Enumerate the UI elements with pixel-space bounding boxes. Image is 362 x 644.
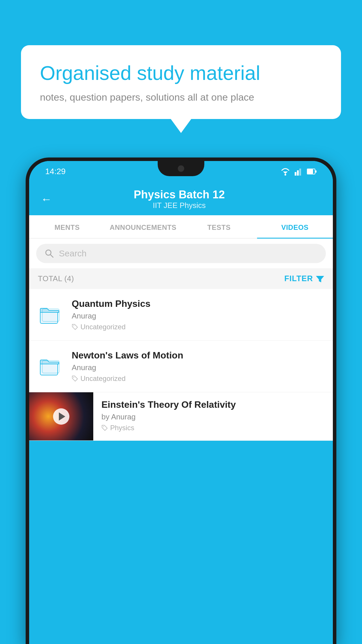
list-item[interactable]: Quantum Physics Anurag Uncategorized: [29, 289, 333, 341]
svg-point-13: [73, 326, 74, 326]
play-triangle-icon: [59, 412, 65, 421]
item-info: Quantum Physics Anurag Uncategorized: [72, 298, 325, 331]
bubble-title: Organised study material: [40, 61, 322, 85]
phone-inner: 14:29: [29, 161, 333, 644]
tag-icon: [101, 425, 108, 431]
item-author: Anurag: [72, 312, 325, 321]
svg-point-16: [73, 377, 74, 378]
list-item[interactable]: Newton's Laws of Motion Anurag Uncategor…: [29, 341, 333, 392]
svg-rect-7: [315, 170, 317, 173]
search-icon: [44, 249, 54, 258]
folder-icon: [39, 355, 62, 378]
svg-point-1: [284, 174, 286, 176]
wifi-icon: [280, 167, 291, 176]
back-button[interactable]: ←: [41, 193, 52, 206]
item-title: Quantum Physics: [72, 298, 325, 309]
item-author: Anurag: [72, 363, 325, 372]
speech-bubble: Organised study material notes, question…: [21, 45, 341, 119]
filter-icon: [316, 275, 324, 283]
svg-line-9: [50, 255, 53, 257]
item-tag: Uncategorized: [72, 323, 325, 331]
status-bar: 14:29: [29, 161, 333, 182]
list-container: Quantum Physics Anurag Uncategorized: [29, 289, 333, 441]
speech-bubble-container: Organised study material notes, question…: [21, 45, 341, 119]
tag-icon: [72, 324, 78, 330]
svg-marker-0: [283, 172, 288, 174]
item-title: Newton's Laws of Motion: [72, 350, 325, 361]
tag-icon: [72, 375, 78, 382]
header-subtitle: IIT JEE Physics: [61, 201, 298, 210]
folder-icon: [39, 303, 62, 326]
svg-rect-4: [299, 169, 301, 176]
video-tag: Physics: [101, 424, 326, 432]
tab-announcements[interactable]: ANNOUNCEMENTS: [105, 215, 181, 238]
item-tag: Uncategorized: [72, 374, 325, 383]
video-info: Einstein's Theory Of Relativity by Anura…: [93, 392, 333, 439]
header-title-block: Physics Batch 12 IIT JEE Physics: [61, 188, 298, 210]
video-list-item[interactable]: Einstein's Theory Of Relativity by Anura…: [29, 392, 333, 441]
app-header: ← Physics Batch 12 IIT JEE Physics: [29, 182, 333, 215]
filter-button[interactable]: FILTER: [284, 274, 324, 283]
tab-ments[interactable]: MENTS: [29, 215, 105, 238]
battery-icon: [307, 168, 317, 175]
video-thumbnail: [29, 392, 93, 440]
item-icon: [37, 353, 64, 379]
phone-outer: 14:29: [26, 158, 336, 644]
search-container: Search: [29, 239, 333, 268]
status-icons: [280, 167, 317, 176]
svg-rect-2: [295, 172, 296, 176]
svg-point-17: [103, 426, 104, 427]
item-icon: [37, 302, 64, 328]
filter-label: FILTER: [284, 274, 313, 283]
svg-rect-6: [307, 169, 313, 174]
svg-rect-3: [297, 170, 299, 176]
header-title: Physics Batch 12: [61, 188, 298, 201]
signal-icon: [295, 167, 303, 176]
phone-mockup: 14:29: [26, 158, 336, 644]
item-info: Newton's Laws of Motion Anurag Uncategor…: [72, 350, 325, 383]
notch: [158, 161, 204, 176]
video-author: by Anurag: [101, 412, 326, 421]
search-bar[interactable]: Search: [36, 244, 326, 263]
tab-tests[interactable]: TESTS: [181, 215, 257, 238]
svg-marker-10: [316, 276, 324, 282]
tabs-bar: MENTS ANNOUNCEMENTS TESTS VIDEOS: [29, 215, 333, 239]
video-title: Einstein's Theory Of Relativity: [101, 399, 326, 410]
camera-dot: [178, 165, 184, 172]
total-count: TOTAL (4): [38, 274, 74, 283]
status-time: 14:29: [45, 167, 66, 176]
bubble-subtitle: notes, question papers, solutions all at…: [40, 92, 322, 103]
search-placeholder: Search: [59, 249, 87, 258]
filter-row: TOTAL (4) FILTER: [29, 268, 333, 289]
play-button[interactable]: [53, 408, 69, 425]
tab-videos[interactable]: VIDEOS: [257, 215, 333, 238]
